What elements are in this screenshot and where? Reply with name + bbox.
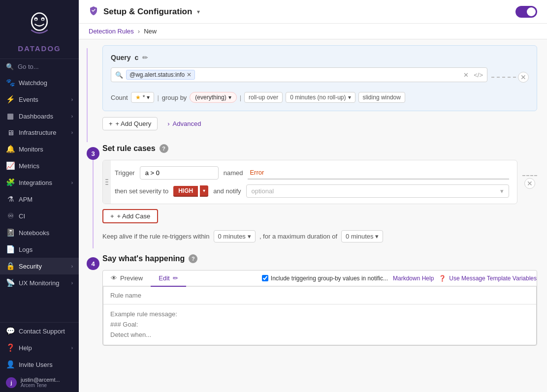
main-content: Setup & Configuration ▾ Detection Rules … <box>79 0 547 392</box>
sidebar-item-infrastructure[interactable]: 🖥 Infrastructure › <box>0 124 79 141</box>
chevron-icon: › <box>71 345 73 351</box>
logs-icon: 📄 <box>6 245 15 254</box>
query-controls: Count ★ * ▾ | group by (everything) ▾ | … <box>111 92 529 103</box>
step-3-number: 3 <box>87 147 99 160</box>
severity-select[interactable]: HIGH ▾ <box>173 185 208 197</box>
sidebar-item-security[interactable]: 🔒 Security › <box>0 258 79 274</box>
watchdog-icon: 🐾 <box>6 78 15 87</box>
say-section-help-icon[interactable]: ? <box>189 254 197 263</box>
add-case-plus-icon: + <box>110 212 114 220</box>
rule-case: Trigger named then set severity to HIGH … <box>102 160 517 204</box>
events-icon: ⚡ <box>6 95 15 104</box>
step-3-line <box>93 160 94 248</box>
message-tabs: 👁 Preview Edit ✏ Include triggering grou… <box>103 271 537 287</box>
advanced-toggle-btn[interactable]: › Advanced <box>167 120 201 127</box>
include-group-by-check[interactable]: Include triggering group-by values in no… <box>262 275 388 282</box>
dashboards-icon: ▦ <box>6 112 15 121</box>
rollup-value-btn[interactable]: 0 minutes (no roll-up) ▾ <box>286 92 355 103</box>
group-by-btn[interactable]: (everything) ▾ <box>190 92 236 103</box>
contact-support-icon: 💬 <box>6 327 15 335</box>
query-header: Query c ✏ <box>111 54 529 61</box>
monitors-icon: 🔔 <box>6 145 15 153</box>
message-body: Example rule message: ### Goal: Detect w… <box>103 304 536 345</box>
keep-alive-duration-select[interactable]: 0 minutes ▾ <box>214 230 256 242</box>
sidebar-item-integrations[interactable]: 🧩 Integrations › <box>0 174 79 191</box>
user-profile[interactable]: j justin@arcemt... Arcem Tene <box>0 373 79 392</box>
ux-monitoring-icon: 📡 <box>6 278 15 287</box>
sidebar-item-notebooks[interactable]: 📓 Notebooks <box>0 224 79 241</box>
sidebar: DATADOG 🔍 Go to... 🐾 Watchdog ⚡ Events ›… <box>0 0 79 392</box>
count-star-btn[interactable]: ★ * ▾ <box>131 92 155 103</box>
sidebar-item-dashboards[interactable]: ▦ Dashboards › <box>0 108 79 124</box>
query-filter-row: 🔍 @wg.alert.status:info ✕ ✕ </> <box>111 67 487 82</box>
sidebar-item-ux-monitoring[interactable]: 📡 UX Monitoring › <box>0 274 79 291</box>
chevron-right-icon: › <box>167 120 169 127</box>
query-id: c <box>134 54 138 61</box>
tab-preview[interactable]: 👁 Preview <box>103 271 151 287</box>
remove-case-btn[interactable]: ✕ <box>524 178 535 189</box>
sidebar-item-events[interactable]: ⚡ Events › <box>0 91 79 108</box>
rule-name-input[interactable] <box>103 287 536 304</box>
breadcrumb-separator: › <box>138 28 140 35</box>
case-dashed-line <box>522 175 537 176</box>
name-input[interactable] <box>248 166 509 180</box>
filter-tag[interactable]: @wg.alert.status:info ✕ <box>126 70 195 80</box>
svg-point-4 <box>35 19 37 21</box>
severity-row: then set severity to HIGH ▾ and notify o… <box>115 184 509 198</box>
rule-case-wrapper: Trigger named then set severity to HIGH … <box>102 160 517 204</box>
notify-select[interactable]: optional ▾ <box>246 184 510 198</box>
include-checkbox[interactable] <box>262 275 268 281</box>
sidebar-item-help[interactable]: ❓ Help › <box>0 339 79 356</box>
sidebar-item-contact-support[interactable]: 💬 Contact Support <box>0 323 79 339</box>
ci-icon: ♾ <box>6 211 15 220</box>
sidebar-item-ci[interactable]: ♾ CI <box>0 208 79 224</box>
breadcrumb-parent[interactable]: Detection Rules <box>89 28 134 35</box>
tab-edit[interactable]: Edit ✏ <box>151 271 186 287</box>
goto-search[interactable]: 🔍 Go to... <box>0 59 79 74</box>
sidebar-bottom: 💬 Contact Support ❓ Help › 👤 Invite User… <box>0 322 79 392</box>
template-vars-btn[interactable]: ❓ Use Message Template Variables <box>439 275 537 282</box>
add-case-button[interactable]: + + Add Case <box>102 209 158 223</box>
filter-tag-remove[interactable]: ✕ <box>187 71 192 78</box>
page-content: Query c ✏ 🔍 @wg.alert.status:info ✕ ✕ </… <box>79 39 547 392</box>
infrastructure-icon: 🖥 <box>6 128 15 137</box>
rule-cases-section: 3 Set rule cases ? Trigger na <box>79 142 547 248</box>
help-icon: ❓ <box>6 343 15 352</box>
max-duration-select[interactable]: 0 minutes ▾ <box>341 230 383 242</box>
chevron-icon: › <box>71 180 73 185</box>
remove-query-btn[interactable]: ✕ <box>518 72 529 83</box>
sliding-window-btn[interactable]: sliding window <box>358 92 405 103</box>
say-section: 4 Say what's happening ? 👁 Preview Edit … <box>79 252 547 352</box>
sidebar-item-invite-users[interactable]: 👤 Invite Users <box>0 356 79 373</box>
rule-cases-title: Set rule cases ? <box>102 144 517 153</box>
step-line <box>87 48 88 142</box>
drag-handle[interactable] <box>103 160 111 204</box>
rollup-btn[interactable]: roll-up over <box>244 92 283 103</box>
chevron-icon: › <box>71 264 73 269</box>
sidebar-item-apm[interactable]: ⚗ APM <box>0 191 79 208</box>
edit-pencil-icon: ✏ <box>173 274 178 282</box>
apm-icon: ⚗ <box>6 195 15 204</box>
trigger-input[interactable] <box>140 166 219 180</box>
integrations-icon: 🧩 <box>6 178 15 187</box>
rule-cases-help-icon[interactable]: ? <box>160 144 168 153</box>
question-icon: ❓ <box>439 275 446 282</box>
filter-code-btn[interactable]: </> <box>474 71 483 79</box>
trigger-row: Trigger named <box>115 166 509 180</box>
sidebar-item-watchdog[interactable]: 🐾 Watchdog <box>0 74 79 91</box>
severity-dropdown-btn[interactable]: ▾ <box>200 185 208 197</box>
sidebar-item-monitors[interactable]: 🔔 Monitors <box>0 141 79 157</box>
sidebar-item-logs[interactable]: 📄 Logs <box>0 241 79 258</box>
sidebar-item-metrics[interactable]: 📈 Metrics <box>0 157 79 174</box>
plus-icon: + <box>109 120 113 127</box>
filter-clear-btn[interactable]: ✕ <box>463 71 469 79</box>
preview-icon: 👁 <box>111 274 117 282</box>
metrics-icon: 📈 <box>6 161 15 170</box>
header-toggle[interactable] <box>515 6 537 18</box>
chevron-icon: › <box>71 130 73 135</box>
markdown-help-link[interactable]: Markdown Help <box>393 275 434 282</box>
step-4-number: 4 <box>87 257 99 270</box>
edit-icon[interactable]: ✏ <box>142 54 148 61</box>
chevron-icon: › <box>71 280 73 286</box>
add-query-button[interactable]: + + Add Query <box>102 117 158 130</box>
